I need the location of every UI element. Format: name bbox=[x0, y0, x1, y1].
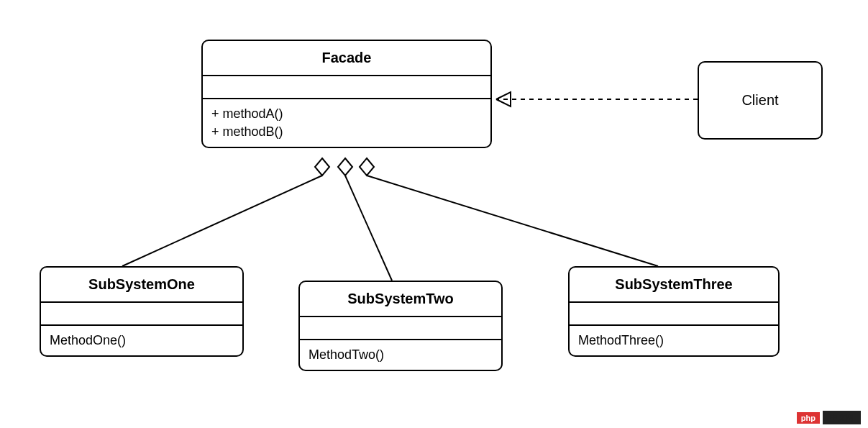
aggregation-diamond-2 bbox=[338, 158, 352, 176]
method-item: + methodB() bbox=[211, 123, 482, 141]
aggregation-line-3 bbox=[367, 176, 658, 266]
class-facade: Facade + methodA() + methodB() bbox=[201, 40, 492, 148]
class-facade-methods: + methodA() + methodB() bbox=[203, 99, 490, 147]
aggregation-line-2 bbox=[345, 176, 392, 281]
class-subsystem-one: SubSystemOne MethodOne() bbox=[40, 266, 244, 357]
class-facade-title: Facade bbox=[203, 41, 490, 76]
class-subsystem-three-title: SubSystemThree bbox=[570, 268, 778, 303]
class-subsystem-one-attrs bbox=[41, 303, 242, 326]
watermark: php 中文网 bbox=[797, 411, 861, 424]
class-subsystem-two: SubSystemTwo MethodTwo() bbox=[298, 281, 503, 371]
method-item: MethodTwo() bbox=[309, 346, 493, 364]
class-subsystem-two-title: SubSystemTwo bbox=[300, 282, 501, 317]
class-subsystem-three: SubSystemThree MethodThree() bbox=[568, 266, 780, 357]
method-item: MethodOne() bbox=[50, 332, 234, 350]
class-subsystem-one-title: SubSystemOne bbox=[41, 268, 242, 303]
watermark-badge: php bbox=[797, 412, 820, 424]
class-subsystem-three-attrs bbox=[570, 303, 778, 326]
class-subsystem-one-methods: MethodOne() bbox=[41, 326, 242, 355]
dependency-arrowhead bbox=[496, 92, 511, 106]
class-subsystem-two-methods: MethodTwo() bbox=[300, 340, 501, 370]
class-subsystem-three-methods: MethodThree() bbox=[570, 326, 778, 355]
method-item: MethodThree() bbox=[578, 332, 769, 350]
class-subsystem-two-attrs bbox=[300, 317, 501, 340]
class-facade-attrs bbox=[203, 76, 490, 99]
aggregation-diamond-1 bbox=[315, 158, 329, 176]
diagram-canvas: Facade + methodA() + methodB() Client Su… bbox=[0, 0, 868, 428]
aggregation-line-1 bbox=[122, 176, 322, 266]
aggregation-diamond-3 bbox=[360, 158, 374, 176]
method-item: + methodA() bbox=[211, 105, 482, 123]
class-client: Client bbox=[698, 61, 823, 140]
class-client-title: Client bbox=[741, 92, 778, 109]
watermark-text: 中文网 bbox=[823, 411, 861, 424]
